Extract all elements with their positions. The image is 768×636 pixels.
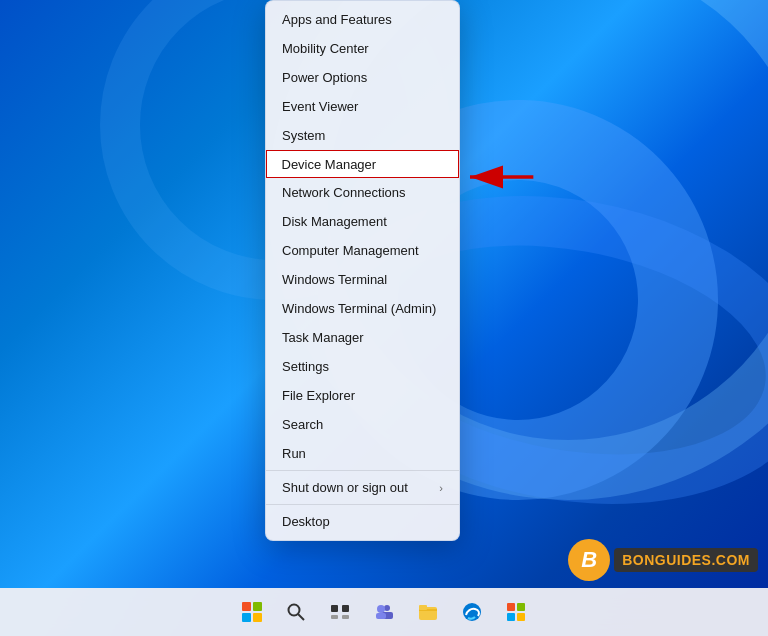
menu-item-label: Device Manager <box>282 157 377 172</box>
menu-item-computer-management[interactable]: Computer Management <box>266 236 459 265</box>
svg-point-8 <box>384 605 390 611</box>
menu-item-label: Mobility Center <box>282 41 369 56</box>
menu-item-task-manager[interactable]: Task Manager <box>266 323 459 352</box>
svg-line-3 <box>298 614 304 620</box>
watermark-letter: B <box>581 547 597 573</box>
menu-item-label: Windows Terminal (Admin) <box>282 301 436 316</box>
menu-item-label: Event Viewer <box>282 99 358 114</box>
watermark-text-suffix: .COM <box>711 552 750 568</box>
taskview-icon <box>330 602 350 622</box>
svg-rect-13 <box>419 605 427 610</box>
menu-item-label: Shut down or sign out <box>282 480 408 495</box>
menu-item-run[interactable]: Run <box>266 439 459 468</box>
taskbar-start-button[interactable] <box>232 592 272 632</box>
svg-rect-5 <box>342 605 349 612</box>
taskbar-explorer-button[interactable] <box>408 592 448 632</box>
menu-item-label: Desktop <box>282 514 330 529</box>
menu-item-search[interactable]: Search <box>266 410 459 439</box>
file-explorer-icon <box>417 601 439 623</box>
menu-item-settings[interactable]: Settings <box>266 352 459 381</box>
svg-rect-16 <box>517 603 525 611</box>
chevron-right-icon: › <box>439 482 443 494</box>
menu-divider <box>266 470 459 471</box>
menu-item-label: Apps and Features <box>282 12 392 27</box>
teams-icon <box>373 601 395 623</box>
svg-rect-15 <box>507 603 515 611</box>
watermark-text-part1: BON <box>622 552 655 568</box>
svg-point-2 <box>289 605 300 616</box>
menu-item-event-viewer[interactable]: Event Viewer <box>266 92 459 121</box>
menu-item-disk-management[interactable]: Disk Management <box>266 207 459 236</box>
menu-item-label: Network Connections <box>282 185 406 200</box>
taskbar-teams-button[interactable] <box>364 592 404 632</box>
menu-item-windows-terminal[interactable]: Windows Terminal <box>266 265 459 294</box>
svg-rect-17 <box>507 613 515 621</box>
svg-rect-6 <box>331 615 338 619</box>
menu-item-system[interactable]: System <box>266 121 459 150</box>
menu-item-power-options[interactable]: Power Options <box>266 63 459 92</box>
menu-item-device-manager[interactable]: Device Manager <box>266 150 459 178</box>
menu-item-mobility-center[interactable]: Mobility Center <box>266 34 459 63</box>
menu-item-desktop[interactable]: Desktop <box>266 507 459 536</box>
watermark: B BONGUIDES.COM <box>568 539 758 581</box>
menu-item-label: Search <box>282 417 323 432</box>
windows-logo-icon <box>242 602 262 622</box>
menu-item-network-connections[interactable]: Network Connections <box>266 178 459 207</box>
watermark-logo: B <box>568 539 610 581</box>
watermark-text-part2: GUIDES <box>655 552 712 568</box>
context-menu: Apps and FeaturesMobility CenterPower Op… <box>265 0 460 541</box>
menu-item-file-explorer[interactable]: File Explorer <box>266 381 459 410</box>
svg-rect-18 <box>517 613 525 621</box>
menu-item-label: System <box>282 128 325 143</box>
menu-item-label: Power Options <box>282 70 367 85</box>
red-arrow-indicator <box>460 162 540 196</box>
taskbar-taskview-button[interactable] <box>320 592 360 632</box>
svg-point-10 <box>377 605 385 613</box>
store-icon <box>505 601 527 623</box>
taskbar-edge-button[interactable] <box>452 592 492 632</box>
search-icon <box>286 602 306 622</box>
menu-item-label: File Explorer <box>282 388 355 403</box>
menu-item-label: Disk Management <box>282 214 387 229</box>
menu-item-label: Run <box>282 446 306 461</box>
svg-rect-4 <box>331 605 338 612</box>
menu-item-label: Settings <box>282 359 329 374</box>
svg-rect-7 <box>342 615 349 619</box>
menu-divider <box>266 504 459 505</box>
taskbar <box>0 588 768 636</box>
menu-item-apps-features[interactable]: Apps and Features <box>266 5 459 34</box>
menu-item-windows-terminal-admin[interactable]: Windows Terminal (Admin) <box>266 294 459 323</box>
watermark-text: BONGUIDES.COM <box>614 548 758 572</box>
menu-item-label: Windows Terminal <box>282 272 387 287</box>
menu-item-shut-down[interactable]: Shut down or sign out› <box>266 473 459 502</box>
taskbar-store-button[interactable] <box>496 592 536 632</box>
menu-item-label: Task Manager <box>282 330 364 345</box>
edge-icon <box>461 601 483 623</box>
svg-rect-11 <box>376 613 386 619</box>
menu-item-label: Computer Management <box>282 243 419 258</box>
taskbar-search-button[interactable] <box>276 592 316 632</box>
